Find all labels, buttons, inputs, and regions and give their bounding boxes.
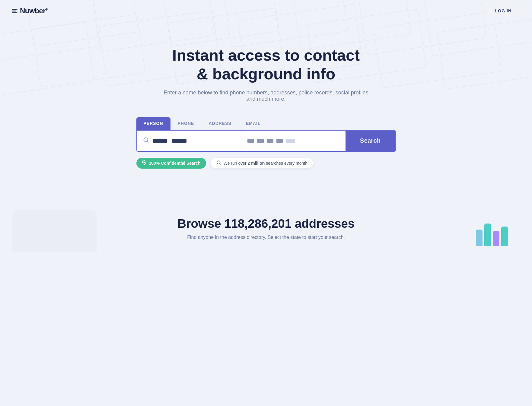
searches-badge: We run over 2 million searches every mon… [211, 158, 313, 168]
hero-section: Instant access to contact & background i… [0, 22, 532, 181]
confidential-badge: 100% Confidential Search [136, 158, 206, 169]
logo-text: Nuwber® [20, 7, 48, 15]
logo[interactable]: Nuwber® [12, 7, 48, 15]
chart-bar-1 [476, 230, 483, 246]
browse-section: Browse 118,286,201 addresses Find anyone… [0, 181, 532, 252]
name-input-group[interactable] [137, 131, 241, 151]
tab-address[interactable]: ADDRESS [201, 117, 238, 130]
search-icon [143, 137, 149, 144]
chart-bar-3 [493, 231, 499, 246]
first-name-bar [153, 139, 167, 143]
searches-text: We run over 2 million searches every mon… [224, 161, 307, 166]
search-tabs: PERSON PHONE ADDRESS EMAIL [136, 117, 396, 130]
search-badges: 100% Confidential Search We run over 2 m… [136, 158, 396, 169]
location-bar-4 [276, 139, 283, 143]
search-button[interactable]: Search [346, 131, 395, 151]
tab-person[interactable]: PERSON [136, 117, 170, 130]
location-input-group[interactable] [241, 131, 346, 151]
search-box: Search [136, 130, 396, 152]
tab-email[interactable]: EMAIL [239, 117, 268, 130]
chart-bar-4 [501, 227, 508, 246]
location-bar-1 [247, 139, 254, 143]
location-bar-2 [257, 139, 264, 143]
hero-headline: Instant access to contact & background i… [6, 46, 526, 84]
location-bar-3 [267, 139, 273, 143]
location-bar-5 [286, 139, 295, 143]
search-container: PERSON PHONE ADDRESS EMAIL [130, 117, 402, 169]
shield-icon [142, 160, 147, 166]
last-name-bar [172, 139, 186, 143]
svg-line-20 [220, 163, 221, 164]
hero-subtext: Enter a name below to find phone numbers… [164, 90, 369, 102]
login-button[interactable]: LOG IN [487, 5, 520, 17]
search-magnifier-icon [216, 160, 221, 166]
map-shape [12, 210, 97, 252]
last-name-block [172, 139, 186, 143]
svg-line-18 [147, 141, 148, 142]
tab-phone[interactable]: PHONE [170, 117, 202, 130]
name-inputs [153, 139, 186, 143]
logo-icon [12, 9, 18, 13]
first-name-block [153, 139, 167, 143]
chart-widget [476, 222, 508, 246]
chart-bar-2 [484, 224, 491, 246]
confidential-label: 100% Confidential Search [149, 161, 201, 166]
header: Nuwber® LOG IN [0, 0, 532, 22]
